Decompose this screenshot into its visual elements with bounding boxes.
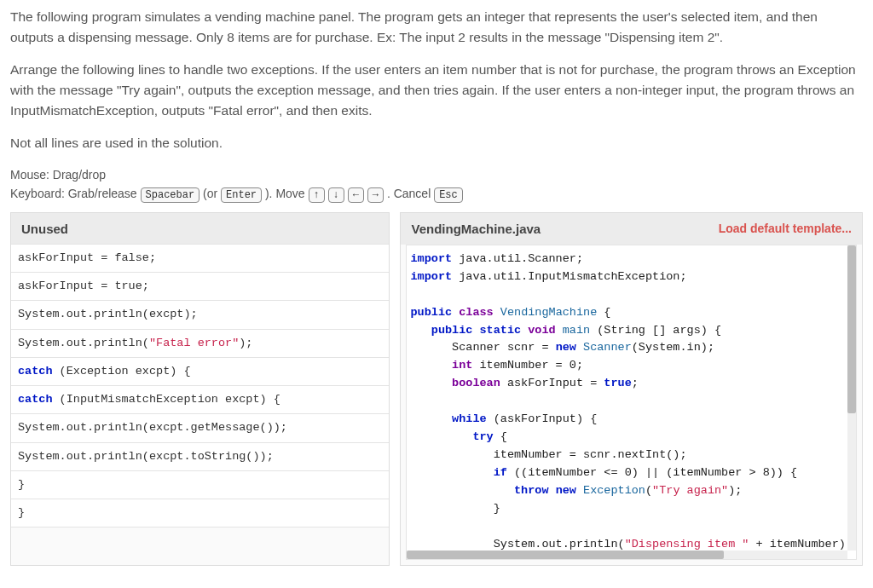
keyboard-help: Keyboard: Grab/release Spacebar (or Ente…	[10, 184, 863, 203]
unused-pane: Unused askForInput = false;askForInput =…	[10, 212, 390, 566]
key-left: ←	[348, 187, 364, 203]
key-right: →	[367, 187, 384, 203]
horizontal-scrollbar[interactable]	[407, 551, 847, 559]
code-block[interactable]: System.out.println("Fatal error");	[11, 329, 389, 358]
unused-block-list: askForInput = false;askForInput = true;S…	[11, 244, 389, 528]
editor-pane: VendingMachine.java Load default templat…	[400, 212, 863, 566]
vertical-scrollbar[interactable]	[847, 245, 856, 551]
code-block[interactable]: }	[11, 499, 389, 527]
key-esc: Esc	[434, 187, 463, 203]
editor-filename: VendingMachine.java	[411, 222, 541, 236]
code-area[interactable]: import java.util.Scanner; import java.ut…	[406, 245, 857, 560]
key-enter: Enter	[221, 187, 262, 203]
unused-title: Unused	[21, 222, 68, 236]
key-up: ↑	[309, 187, 325, 203]
key-spacebar: Spacebar	[141, 187, 200, 203]
kbd-move: ). Move	[265, 187, 309, 200]
code-block[interactable]: System.out.println(excpt.getMessage());	[11, 413, 389, 442]
controls-help: Mouse: Drag/drop Keyboard: Grab/release …	[10, 165, 863, 204]
key-down: ↓	[328, 187, 344, 203]
code-block[interactable]: askForInput = true;	[11, 272, 389, 301]
editor-header: VendingMachine.java Load default templat…	[401, 213, 862, 245]
mouse-help: Mouse: Drag/drop	[10, 165, 863, 184]
instruction-paragraph-1: The following program simulates a vendin…	[10, 7, 863, 48]
scrollbar-thumb[interactable]	[847, 245, 856, 413]
instruction-paragraph-3: Not all lines are used in the solution.	[10, 133, 863, 153]
kbd-prefix: Keyboard: Grab/release	[10, 187, 141, 200]
code-block[interactable]: System.out.println(excpt);	[11, 300, 389, 329]
code-block[interactable]: }	[11, 470, 389, 499]
code-text: import java.util.Scanner; import java.ut…	[407, 245, 856, 560]
kbd-or: (or	[203, 187, 221, 200]
load-default-template-link[interactable]: Load default template...	[719, 222, 852, 235]
code-block[interactable]: askForInput = false;	[11, 244, 389, 273]
scrollbar-thumb[interactable]	[407, 551, 724, 559]
kbd-cancel: . Cancel	[387, 187, 434, 200]
unused-header: Unused	[11, 213, 389, 245]
code-block[interactable]: catch (InputMismatchException excpt) {	[11, 385, 389, 414]
code-block[interactable]: System.out.println(excpt.toString());	[11, 442, 389, 471]
code-block[interactable]: catch (Exception excpt) {	[11, 357, 389, 386]
instruction-paragraph-2: Arrange the following lines to handle tw…	[10, 60, 863, 121]
